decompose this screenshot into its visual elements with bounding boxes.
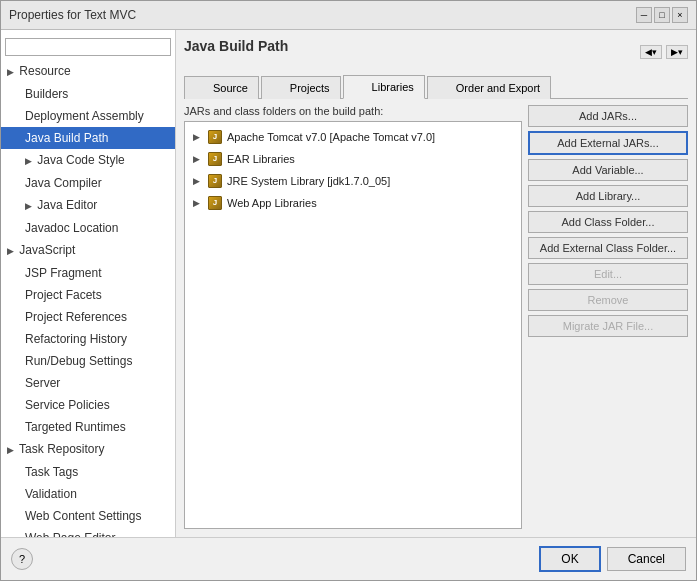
dialog-title: Properties for Text MVC — [9, 8, 136, 22]
jar-icon — [207, 196, 223, 210]
sidebar: ▶ Resource Builders Deployment Assembly … — [1, 30, 176, 537]
tree-item-jre[interactable]: ▶ JRE System Library [jdk1.7.0_05] — [189, 170, 517, 192]
edit-button[interactable]: Edit... — [528, 263, 688, 285]
dialog: Properties for Text MVC ─ □ × ▶ Resource… — [0, 0, 697, 581]
tabs-bar: Source Projects Libraries Order and Expo… — [184, 74, 688, 99]
tab-order-export[interactable]: Order and Export — [427, 76, 551, 99]
title-bar: Properties for Text MVC ─ □ × — [1, 1, 696, 30]
sidebar-item-resource[interactable]: ▶ Resource — [1, 60, 175, 83]
tree-expand-icon: ▶ — [193, 128, 207, 146]
sidebar-item-builders[interactable]: Builders — [1, 83, 175, 105]
help-button[interactable]: ? — [11, 548, 33, 570]
tree-item-label: Apache Tomcat v7.0 [Apache Tomcat v7.0] — [227, 128, 435, 146]
content-area: ▶ Resource Builders Deployment Assembly … — [1, 30, 696, 537]
main-panel: Java Build Path ◀▾ ▶▾ Source Projects — [176, 30, 696, 537]
library-tree: ▶ Apache Tomcat v7.0 [Apache Tomcat v7.0… — [184, 121, 522, 529]
sidebar-item-server[interactable]: Server — [1, 372, 175, 394]
panel-title: Java Build Path — [184, 38, 288, 58]
add-jars-button[interactable]: Add JARs... — [528, 105, 688, 127]
title-controls: ─ □ × — [636, 7, 688, 23]
panel-body: JARs and class folders on the build path… — [184, 105, 688, 529]
tree-item-label: Web App Libraries — [227, 194, 317, 212]
nav-back-button[interactable]: ◀▾ — [640, 45, 662, 59]
sidebar-item-project-references[interactable]: Project References — [1, 306, 175, 328]
sidebar-item-project-facets[interactable]: Project Facets — [1, 284, 175, 306]
tree-item-label: EAR Libraries — [227, 150, 295, 168]
tree-item-label: JRE System Library [jdk1.7.0_05] — [227, 172, 390, 190]
jar-icon — [207, 152, 223, 166]
sidebar-item-java-code-style[interactable]: ▶ Java Code Style — [1, 149, 175, 172]
right-panel: Add JARs... Add External JARs... Add Var… — [528, 105, 688, 529]
sidebar-item-javadoc-location[interactable]: Javadoc Location — [1, 217, 175, 239]
sidebar-item-refactoring-history[interactable]: Refactoring History — [1, 328, 175, 350]
tab-projects[interactable]: Projects — [261, 76, 341, 99]
migrate-jar-button[interactable]: Migrate JAR File... — [528, 315, 688, 337]
jar-icon — [207, 174, 223, 188]
sidebar-item-validation[interactable]: Validation — [1, 483, 175, 505]
cancel-button[interactable]: Cancel — [607, 547, 686, 571]
tree-expand-icon: ▶ — [193, 150, 207, 168]
nav-forward-button[interactable]: ▶▾ — [666, 45, 688, 59]
tab-order-label: Order and Export — [456, 82, 540, 94]
jar-icon — [207, 130, 223, 144]
order-icon — [438, 81, 452, 95]
minimize-button[interactable]: ─ — [636, 7, 652, 23]
add-variable-button[interactable]: Add Variable... — [528, 159, 688, 181]
tree-item-tomcat[interactable]: ▶ Apache Tomcat v7.0 [Apache Tomcat v7.0… — [189, 126, 517, 148]
arrow-icon: ▶ — [25, 197, 32, 215]
sidebar-item-service-policies[interactable]: Service Policies — [1, 394, 175, 416]
remove-button[interactable]: Remove — [528, 289, 688, 311]
tree-item-webapp[interactable]: ▶ Web App Libraries — [189, 192, 517, 214]
sidebar-item-task-repository[interactable]: ▶ Task Repository — [1, 438, 175, 461]
panel-header: Java Build Path ◀▾ ▶▾ — [184, 38, 688, 66]
sidebar-item-java-editor[interactable]: ▶ Java Editor — [1, 194, 175, 217]
tab-libraries-label: Libraries — [372, 81, 414, 93]
sidebar-item-java-build-path[interactable]: Java Build Path — [1, 127, 175, 149]
sidebar-item-web-page-editor[interactable]: Web Page Editor — [1, 527, 175, 537]
tree-item-ear[interactable]: ▶ EAR Libraries — [189, 148, 517, 170]
maximize-button[interactable]: □ — [654, 7, 670, 23]
tree-expand-icon: ▶ — [193, 194, 207, 212]
source-icon — [195, 81, 209, 95]
sidebar-item-java-compiler[interactable]: Java Compiler — [1, 172, 175, 194]
libraries-icon — [354, 80, 368, 94]
sidebar-item-web-content-settings[interactable]: Web Content Settings — [1, 505, 175, 527]
tree-expand-icon: ▶ — [193, 172, 207, 190]
close-button[interactable]: × — [672, 7, 688, 23]
sidebar-item-targeted-runtimes[interactable]: Targeted Runtimes — [1, 416, 175, 438]
sidebar-item-task-tags[interactable]: Task Tags — [1, 461, 175, 483]
ok-button[interactable]: OK — [539, 546, 600, 572]
nav-arrows: ◀▾ ▶▾ — [640, 45, 688, 59]
add-external-class-folder-button[interactable]: Add External Class Folder... — [528, 237, 688, 259]
arrow-icon: ▶ — [25, 152, 32, 170]
arrow-icon: ▶ — [7, 441, 14, 459]
sidebar-search-input[interactable] — [5, 38, 171, 56]
tab-source-label: Source — [213, 82, 248, 94]
arrow-icon: ▶ — [7, 63, 14, 81]
left-panel: JARs and class folders on the build path… — [184, 105, 522, 529]
arrow-icon: ▶ — [7, 242, 14, 260]
add-library-button[interactable]: Add Library... — [528, 185, 688, 207]
dialog-footer: ? OK Cancel — [1, 537, 696, 580]
description-label: JARs and class folders on the build path… — [184, 105, 522, 117]
tab-projects-label: Projects — [290, 82, 330, 94]
tab-source[interactable]: Source — [184, 76, 259, 99]
sidebar-item-javascript[interactable]: ▶ JavaScript — [1, 239, 175, 262]
add-class-folder-button[interactable]: Add Class Folder... — [528, 211, 688, 233]
add-external-jars-button[interactable]: Add External JARs... — [528, 131, 688, 155]
sidebar-item-run-debug-settings[interactable]: Run/Debug Settings — [1, 350, 175, 372]
sidebar-item-deployment-assembly[interactable]: Deployment Assembly — [1, 105, 175, 127]
tab-libraries[interactable]: Libraries — [343, 75, 425, 99]
projects-icon — [272, 81, 286, 95]
sidebar-item-jsp-fragment[interactable]: JSP Fragment — [1, 262, 175, 284]
